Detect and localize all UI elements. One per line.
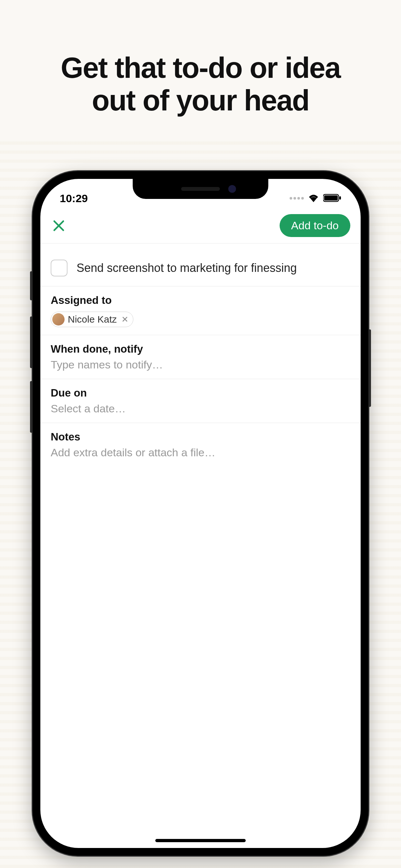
assignee-chip[interactable]: Nicole Katz ✕ [51,312,133,327]
phone-frame: 10:29 [33,171,368,856]
marketing-headline: Get that to-do or idea out of your head [0,0,401,117]
todo-title-section: Send screenshot to marketing for finessi… [40,244,361,286]
close-icon [52,219,65,232]
phone-side-button [30,316,33,368]
notify-section[interactable]: When done, notify Type names to notify… [40,335,361,379]
notch-camera [228,185,236,193]
home-indicator[interactable] [155,839,246,842]
phone-side-button [30,271,33,300]
add-todo-button[interactable]: Add to-do [280,214,350,237]
due-on-label: Due on [51,387,350,399]
due-on-section[interactable]: Due on Select a date… [40,379,361,423]
notes-input[interactable]: Add extra details or attach a file… [51,446,350,459]
cellular-signal-icon [289,197,304,199]
status-time: 10:29 [60,192,88,205]
todo-title-input[interactable]: Send screenshot to marketing for finessi… [76,261,297,275]
assignee-name: Nicole Katz [68,314,117,325]
wifi-icon [308,192,319,205]
nav-bar: Add to-do [40,208,361,244]
notch-speaker [181,187,220,191]
svg-rect-2 [339,196,341,199]
todo-checkbox[interactable] [51,259,67,276]
assigned-to-section: Assigned to Nicole Katz ✕ [40,286,361,335]
assigned-to-label: Assigned to [51,294,350,306]
battery-icon [323,192,341,205]
phone-screen: 10:29 [40,179,361,848]
phone-notch [133,179,268,199]
avatar [52,313,65,326]
notes-label: Notes [51,431,350,443]
headline-line-2: out of your head [92,84,309,117]
phone-side-button [30,381,33,433]
phone-side-button [368,330,371,407]
notes-section[interactable]: Notes Add extra details or attach a file… [40,423,361,467]
headline-line-1: Get that to-do or idea [61,52,340,84]
svg-rect-1 [324,195,338,200]
remove-assignee-icon[interactable]: ✕ [120,314,128,324]
notify-label: When done, notify [51,343,350,355]
status-right [289,192,341,205]
due-on-input[interactable]: Select a date… [51,402,350,415]
close-button[interactable] [51,218,67,234]
notify-input[interactable]: Type names to notify… [51,359,350,371]
